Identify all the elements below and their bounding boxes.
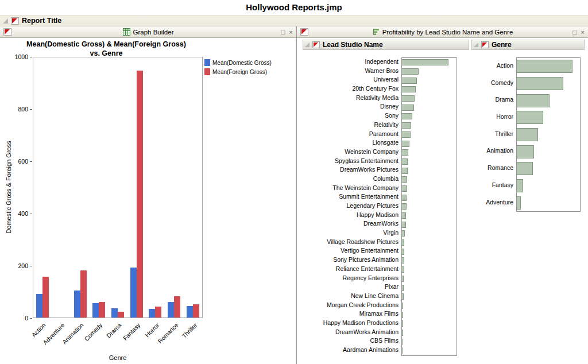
red-triangle-menu-button[interactable]	[3, 28, 11, 36]
y-tick-mark	[30, 57, 32, 57]
red-triangle-icon	[314, 42, 318, 47]
bar-group-action	[33, 57, 52, 317]
close-button[interactable]: ×	[581, 28, 585, 36]
studio-bar[interactable]	[402, 339, 403, 345]
domestic-gross-bar[interactable]	[92, 303, 99, 317]
studio-row	[402, 193, 457, 202]
studio-bar[interactable]	[402, 95, 415, 102]
legend-entry: Mean(Foreign Gross)	[204, 68, 272, 75]
studio-bar[interactable]	[402, 141, 409, 147]
genre-row	[517, 160, 580, 177]
studio-label: Pixar	[303, 282, 401, 292]
studio-label: New Line Cinema	[303, 292, 401, 301]
studio-bar[interactable]	[402, 312, 403, 318]
domestic-gross-bar[interactable]	[111, 308, 118, 317]
studio-bar[interactable]	[402, 303, 403, 309]
studio-bar[interactable]	[402, 293, 404, 300]
studio-bar[interactable]	[402, 86, 416, 92]
studio-row	[402, 220, 457, 229]
studio-bar[interactable]	[402, 239, 404, 246]
genre-chart: ActionComedyDramaHorrorThrillerAnimation…	[471, 57, 585, 212]
domestic-gross-bar[interactable]	[36, 294, 42, 317]
legend: Mean(Domestic Gross)Mean(Foreign Gross)	[204, 59, 272, 78]
genre-bar[interactable]	[517, 179, 523, 192]
red-triangle-menu-button[interactable]	[312, 41, 320, 48]
studio-bar[interactable]	[402, 266, 404, 273]
studio-bar[interactable]	[402, 59, 448, 65]
genre-label: Fantasy	[471, 177, 516, 194]
genre-plot[interactable]	[516, 57, 581, 212]
studio-label: Legendary Pictures	[303, 202, 401, 211]
studio-bar[interactable]	[402, 176, 407, 183]
genre-bar[interactable]	[517, 162, 533, 175]
maximize-button[interactable]: □	[572, 28, 577, 36]
graph-builder-body: Mean(Domestic Gross) & Mean(Foreign Gros…	[0, 38, 296, 364]
studio-bar[interactable]	[402, 257, 404, 264]
studio-bar[interactable]	[402, 113, 412, 119]
lead-studio-section: Lead Studio Name IndependentWarner BrosU…	[303, 40, 469, 356]
genre-bar[interactable]	[517, 111, 543, 124]
studio-bar[interactable]	[402, 195, 407, 201]
foreign-gross-bar[interactable]	[137, 71, 143, 317]
y-tick-mark	[30, 318, 32, 319]
domestic-gross-bar[interactable]	[168, 302, 174, 317]
disclosure-triangle-icon[interactable]	[305, 42, 310, 47]
foreign-gross-bar[interactable]	[174, 296, 180, 317]
foreign-gross-bar[interactable]	[118, 312, 124, 317]
disclosure-triangle-icon[interactable]	[3, 18, 8, 24]
studio-bar[interactable]	[402, 320, 403, 327]
studio-label: Sony Pictures Animation	[303, 255, 401, 265]
studio-bar[interactable]	[402, 122, 411, 129]
close-button[interactable]: ×	[289, 28, 293, 36]
studio-bar[interactable]	[402, 230, 405, 237]
genre-row	[517, 195, 580, 212]
studio-bar[interactable]	[402, 68, 419, 75]
foreign-gross-bar[interactable]	[155, 307, 161, 317]
genre-bar[interactable]	[517, 128, 538, 141]
studio-bar[interactable]	[402, 222, 406, 228]
domestic-gross-bar[interactable]	[130, 268, 137, 317]
graph-builder-title-text: Graph Builder	[133, 29, 174, 36]
y-tick-label: 600	[0, 158, 28, 165]
plot-area[interactable]	[33, 57, 203, 318]
studio-row	[402, 283, 457, 292]
studio-label: Happy Madison	[303, 211, 401, 220]
studio-bar[interactable]	[402, 249, 404, 255]
y-tick-mark	[30, 109, 32, 110]
disclosure-triangle-icon[interactable]	[474, 42, 478, 47]
studio-bar[interactable]	[402, 203, 407, 210]
studio-bar[interactable]	[402, 149, 408, 156]
red-triangle-menu-button[interactable]	[481, 41, 489, 48]
studio-bar[interactable]	[402, 78, 417, 84]
lead-studio-plot[interactable]	[401, 57, 457, 356]
y-tick-label: 0	[0, 315, 28, 322]
foreign-gross-bar[interactable]	[193, 304, 199, 317]
genre-bar[interactable]	[517, 77, 563, 90]
studio-bar[interactable]	[402, 168, 408, 174]
genre-bar[interactable]	[517, 145, 534, 158]
studio-label: Village Roadshow Pictures	[303, 238, 401, 247]
foreign-gross-bar[interactable]	[80, 270, 87, 317]
studio-bar[interactable]	[402, 158, 408, 165]
studio-bar[interactable]	[402, 104, 414, 111]
foreign-gross-bar[interactable]	[42, 277, 49, 317]
studio-bar[interactable]	[402, 212, 406, 219]
genre-bar[interactable]	[517, 94, 550, 107]
studio-bar[interactable]	[402, 285, 404, 291]
genre-bar[interactable]	[517, 196, 521, 210]
maximize-button[interactable]: □	[281, 28, 285, 36]
domestic-gross-bar[interactable]	[74, 291, 80, 317]
red-triangle-menu-button[interactable]	[11, 17, 19, 25]
studio-bar[interactable]	[402, 330, 403, 336]
domestic-gross-bar[interactable]	[149, 309, 155, 317]
studio-bar[interactable]	[402, 185, 407, 192]
studio-row	[402, 58, 457, 67]
genre-bar[interactable]	[517, 60, 572, 73]
studio-bar[interactable]	[402, 276, 404, 282]
studio-bar[interactable]	[402, 347, 403, 354]
domestic-gross-bar[interactable]	[187, 306, 193, 317]
studio-bar[interactable]	[402, 131, 411, 138]
foreign-gross-bar[interactable]	[99, 302, 105, 317]
red-triangle-menu-button[interactable]	[300, 28, 308, 36]
window-controls: □ ×	[281, 28, 293, 36]
